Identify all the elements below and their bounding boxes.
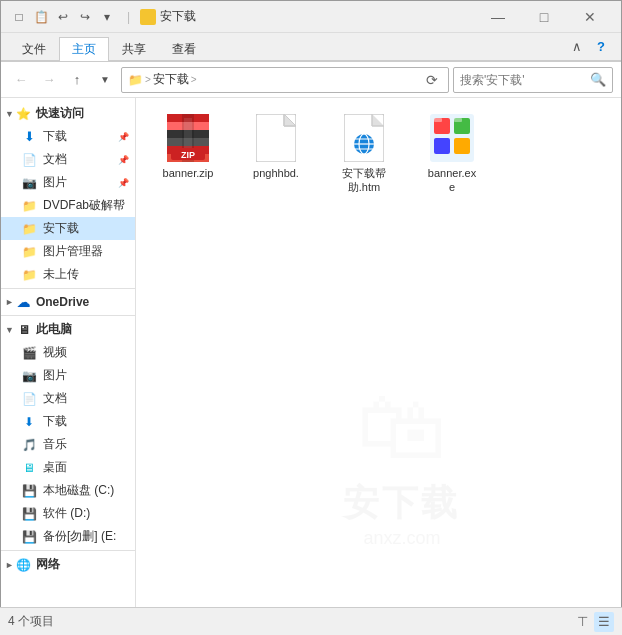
sidebar-item-imgmgr[interactable]: 📁 图片管理器 [1,240,135,263]
search-icon: 🔍 [590,72,606,87]
file-label-exe: banner.exe [428,166,476,195]
file-label-htm: 安下载帮助.htm [342,166,386,195]
sidebar-item-dvdfab[interactable]: 📁 DVDFab破解帮 [1,194,135,217]
drive-e-icon: 💾 [21,529,37,545]
address-segment-root[interactable]: 📁 [128,73,143,87]
file-label-bannerzip: banner.zip [163,166,214,180]
properties-btn[interactable]: 📋 [31,7,51,27]
list-view-btn[interactable]: ☰ [594,612,614,632]
pin-icon3: 📌 [118,178,129,188]
png-icon-svg [256,114,296,162]
sidebar-item-download[interactable]: ⬇ 下载 📌 [1,125,135,148]
sidebar-item-drive-d[interactable]: 💾 软件 (D:) [1,502,135,525]
maximize-btn[interactable]: □ [521,1,567,33]
file-item-bannerzip[interactable]: ZIP banner.zip [148,110,228,199]
sidebar-upload-label: 未上传 [43,266,129,283]
folder-icon-imgmgr: 📁 [21,244,37,260]
title-bar-left: □ 📋 ↩ ↪ ▾ | 安下载 [9,7,475,27]
search-input[interactable] [460,73,586,87]
file-item-htm[interactable]: 安下载帮助.htm [324,110,404,199]
status-bar: 4 个项目 ⊤ ☰ [0,607,622,635]
sidebar-item-pics[interactable]: 📷 图片 [1,364,135,387]
sidebar-item-anxz[interactable]: 📁 安下载 [1,217,135,240]
ribbon: 文件 主页 共享 查看 ∧ ? [1,33,621,62]
expand-icon-net: ► [5,560,14,570]
sidebar-item-music[interactable]: 🎵 音乐 [1,433,135,456]
sidebar-dvdfab-label: DVDFab破解帮 [43,197,129,214]
close-btn[interactable]: ✕ [567,1,613,33]
watermark-text: 安下载 [343,479,460,528]
zip-icon-svg: ZIP [167,114,209,162]
expand-icon-pc: ▼ [5,325,14,335]
status-views: ⊤ ☰ [572,612,614,632]
sidebar-desktop-label: 桌面 [43,459,129,476]
sidebar-thispc-header[interactable]: ▼ 🖥 此电脑 [1,318,135,341]
sidebar-network-header[interactable]: ► 🌐 网络 [1,553,135,576]
thispc-label: 此电脑 [36,321,72,338]
sidebar-item-docs[interactable]: 📄 文档 📌 [1,148,135,171]
location-dropdown-btn[interactable]: ▼ [93,68,117,92]
sidebar-item-desktop[interactable]: 🖥 桌面 [1,456,135,479]
forward-btn[interactable]: → [37,68,61,92]
drive-c-icon: 💾 [21,483,37,499]
tab-view[interactable]: 查看 [159,37,209,61]
file-grid: ZIP banner.zip pnghhbd. [148,110,609,199]
address-segment-current[interactable]: 安下载 [153,71,189,88]
video-icon: 🎬 [21,345,37,361]
sidebar-item-pictures[interactable]: 📷 图片 📌 [1,171,135,194]
pc-icon: 🖥 [16,322,32,338]
sidebar-item-drive-c[interactable]: 💾 本地磁盘 (C:) [1,479,135,502]
address-bar[interactable]: 📁 > 安下载 > ⟳ [121,67,449,93]
undo-btn[interactable]: ↩ [53,7,73,27]
help-btn[interactable]: ? [589,34,613,58]
desktop-icon: 🖥 [21,460,37,476]
minimize-btn[interactable]: — [475,1,521,33]
watermark-bag-icon: 🛍 [357,376,447,479]
grid-view-btn[interactable]: ⊤ [572,612,592,632]
quick-access-toolbar: □ 📋 ↩ ↪ ▾ [9,7,117,27]
network-icon: 🌐 [16,557,32,573]
search-box[interactable]: 🔍 [453,67,613,93]
refresh-btn[interactable]: ⟳ [422,70,442,90]
sidebar-item-drive-e[interactable]: 💾 备份[勿删] (E: [1,525,135,548]
sidebar-music-label: 音乐 [43,436,129,453]
dl-icon: ⬇ [21,414,37,430]
sidebar-item-documents[interactable]: 📄 文档 [1,387,135,410]
file-item-pnghhbd[interactable]: pnghhbd. [236,110,316,199]
sidebar-item-upload[interactable]: 📁 未上传 [1,263,135,286]
sidebar-onedrive-header[interactable]: ► ☁ OneDrive [1,291,135,313]
window-title: 安下载 [160,8,196,25]
sidebar-anxz-label: 安下载 [43,220,129,237]
sidebar-quickaccess-header[interactable]: ▼ ⭐ 快速访问 [1,102,135,125]
main-layout: ▼ ⭐ 快速访问 ⬇ 下载 📌 📄 文档 📌 📷 图片 📌 📁 DVDFab破解… [1,98,621,609]
zip-file-icon: ZIP [164,114,212,162]
file-item-exe[interactable]: banner.exe [412,110,492,199]
divider2 [1,315,135,316]
address-chevron: > [145,74,151,85]
redo-btn[interactable]: ↪ [75,7,95,27]
sidebar-drive-e-label: 备份[勿删] (E: [43,528,129,545]
htm-file-icon [340,114,388,162]
sidebar-pictures-label: 图片 [43,174,118,191]
up-btn[interactable]: ↑ [65,68,89,92]
tab-home[interactable]: 主页 [59,37,109,61]
tab-share[interactable]: 共享 [109,37,159,61]
sidebar-dl-label: 下载 [43,413,129,430]
sidebar-item-dl[interactable]: ⬇ 下载 [1,410,135,433]
title-bar: □ 📋 ↩ ↪ ▾ | 安下载 — □ ✕ [1,1,621,33]
svg-text:ZIP: ZIP [181,150,195,160]
new-folder-btn[interactable]: □ [9,7,29,27]
sidebar-item-video[interactable]: 🎬 视频 [1,341,135,364]
svg-rect-30 [434,118,442,122]
toolbar-dropdown-btn[interactable]: ▾ [97,7,117,27]
sidebar-docs-label: 文档 [43,151,118,168]
ribbon-collapse-btn[interactable]: ∧ [565,34,589,58]
exe-file-icon [428,114,476,162]
tab-file[interactable]: 文件 [9,37,59,61]
svg-rect-29 [454,138,470,154]
back-btn[interactable]: ← [9,68,33,92]
sidebar-documents-label: 文档 [43,390,129,407]
pics-icon: 📷 [21,368,37,384]
docs-icon: 📄 [21,152,37,168]
network-label: 网络 [36,556,60,573]
